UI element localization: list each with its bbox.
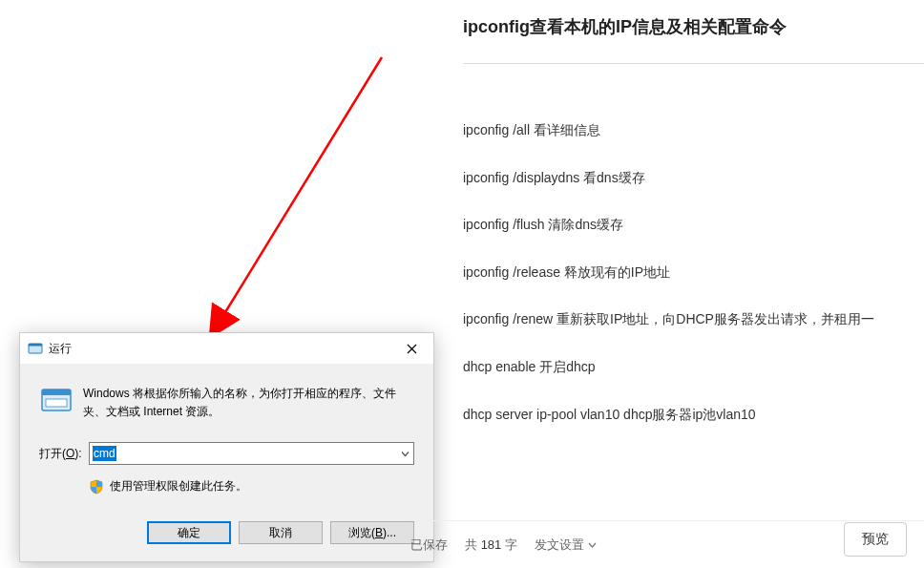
article-line: ipconfig /all 看详细信息: [463, 121, 924, 140]
shield-icon: [89, 479, 104, 494]
article-content: ipconfig查看本机的IP信息及相关配置命令 ipconfig /all 看…: [463, 0, 924, 452]
open-label: 打开(O):: [39, 446, 89, 462]
article-line: ipconfig /displaydns 看dns缓存: [463, 169, 924, 188]
dialog-title: 运行: [49, 341, 72, 357]
chevron-down-icon[interactable]: [401, 449, 410, 459]
article-line: dhcp server ip-pool vlan10 dhcp服务器ip池vla…: [463, 406, 924, 425]
ok-button[interactable]: 确定: [147, 521, 231, 544]
run-app-icon: [28, 341, 43, 356]
svg-rect-6: [46, 399, 67, 407]
close-button[interactable]: [389, 333, 433, 364]
article-title: ipconfig查看本机的IP信息及相关配置命令: [463, 15, 924, 64]
word-count: 共 181 字: [465, 536, 517, 554]
open-value: cmd: [93, 446, 116, 461]
run-program-icon: [39, 383, 74, 417]
admin-note: 使用管理权限创建此任务。: [110, 478, 247, 494]
cancel-button[interactable]: 取消: [239, 521, 323, 544]
preview-button[interactable]: 预览: [844, 522, 907, 557]
saved-status: 已保存: [410, 536, 448, 554]
run-dialog: 运行 Windows 将根据你所输入的名称，为你打开相应的程序、文件夹、文档或 …: [19, 332, 434, 562]
annotation-arrow: [205, 48, 396, 334]
dialog-description: Windows 将根据你所输入的名称，为你打开相应的程序、文件夹、文档或 Int…: [83, 383, 414, 421]
open-combobox[interactable]: cmd: [89, 442, 414, 465]
dialog-body: Windows 将根据你所输入的名称，为你打开相应的程序、文件夹、文档或 Int…: [20, 364, 433, 561]
article-line: dhcp enable 开启dhcp: [463, 358, 924, 377]
svg-line-1: [222, 57, 382, 317]
browse-button[interactable]: 浏览(B)...: [330, 521, 414, 544]
article-line: ipconfig /release 释放现有的IP地址: [463, 263, 924, 283]
svg-rect-3: [29, 344, 42, 347]
titlebar[interactable]: 运行: [20, 333, 433, 364]
svg-rect-5: [42, 389, 71, 395]
article-line: ipconfig /renew 重新获取IP地址，向DHCP服务器发出请求，并租…: [463, 310, 924, 329]
chevron-down-icon: [588, 539, 597, 550]
publish-settings[interactable]: 发文设置: [535, 536, 597, 554]
article-line: ipconfig /flush 清除dns缓存: [463, 216, 924, 235]
